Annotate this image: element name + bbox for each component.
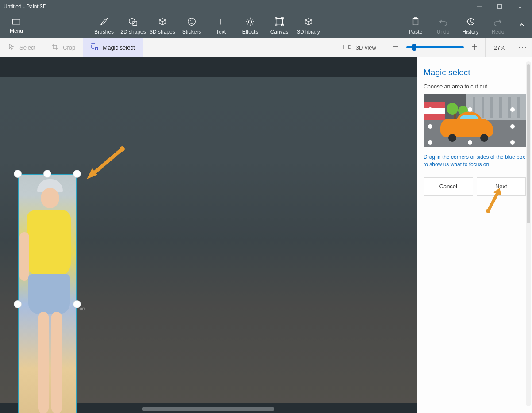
tool-undo[interactable]: Undo: [429, 13, 457, 38]
svg-point-11: [193, 20, 193, 21]
title-bar: Untitled - Paint 3D: [0, 0, 532, 13]
tool-select[interactable]: Select: [0, 38, 43, 57]
magic-select-icon: [91, 43, 98, 52]
menu-label: Menu: [10, 28, 23, 34]
paste-icon: [411, 17, 420, 28]
window-close-button[interactable]: [510, 0, 530, 13]
tool-stickers[interactable]: Stickers: [177, 13, 206, 38]
tool-effects-label: Effects: [242, 29, 258, 35]
svg-point-10: [190, 20, 191, 21]
plus-icon: [471, 43, 478, 52]
tool-brushes-label: Brushes: [94, 29, 114, 35]
crop-icon: [51, 43, 58, 52]
tool-canvas[interactable]: Canvas: [265, 13, 294, 38]
view-3d-toggle[interactable]: 3D view: [335, 38, 385, 57]
selection-handle-tm[interactable]: [43, 170, 51, 178]
next-button-label: Next: [495, 183, 507, 190]
tool-effects[interactable]: Effects: [235, 13, 265, 38]
tool-paste[interactable]: Paste: [402, 13, 429, 38]
tool-undo-label: Undo: [437, 29, 450, 35]
panel-button-row: Cancel Next: [424, 177, 526, 196]
more-options-button[interactable]: ···: [514, 38, 532, 57]
ribbon-center-tools: Brushes 2D shapes 3D shapes Stickers Tex…: [89, 13, 323, 38]
side-panel-scrollbar[interactable]: [526, 61, 531, 406]
zoom-controls: [385, 38, 485, 57]
library-3d-icon: [304, 17, 313, 28]
zoom-out-button[interactable]: [389, 43, 402, 52]
side-panel-magic-select: Magic select Choose an area to cut out: [417, 57, 532, 413]
tool-history[interactable]: History: [457, 13, 484, 38]
tool-magic-select-label: Magic select: [103, 44, 135, 51]
tool-2d-shapes[interactable]: 2D shapes: [119, 13, 148, 38]
tool-history-label: History: [462, 29, 478, 35]
panel-hint-secondary: Drag in the corners or sides of the blue…: [424, 153, 526, 168]
selection-handle-tr[interactable]: [73, 170, 81, 178]
ribbon-right-tools: Paste Undo History Redo: [402, 13, 532, 38]
selection-handle-ml[interactable]: [14, 300, 22, 308]
shapes-3d-icon: [158, 17, 167, 28]
work-area: ↔ Magic select Choose an area to cut out: [0, 57, 532, 413]
tool-3d-shapes-label: 3D shapes: [150, 29, 175, 35]
tool-select-label: Select: [19, 44, 35, 51]
canvas-area[interactable]: ↔: [0, 57, 417, 413]
brush-icon: [99, 17, 109, 28]
sub-toolbar: Select Crop Magic select 3D view 27% ···: [0, 38, 532, 57]
view-3d-icon: [343, 44, 351, 51]
tool-redo-label: Redo: [492, 29, 505, 35]
svg-point-9: [188, 18, 196, 25]
stickers-icon: [187, 17, 197, 28]
svg-rect-1: [498, 5, 502, 9]
tool-3d-shapes[interactable]: 3D shapes: [148, 13, 177, 38]
panel-hint-primary: Choose an area to cut out: [424, 84, 526, 90]
ellipsis-icon: ···: [518, 43, 528, 52]
effects-icon: [245, 17, 255, 28]
resize-cursor-icon: ↔: [79, 305, 86, 313]
tool-text[interactable]: Text: [206, 13, 235, 38]
selection-rect[interactable]: [18, 174, 77, 413]
next-button[interactable]: Next: [477, 177, 526, 196]
redo-icon: [493, 17, 503, 28]
tool-3d-library[interactable]: 3D library: [294, 13, 323, 38]
svg-point-32: [486, 209, 490, 213]
menu-button[interactable]: Menu: [0, 13, 33, 38]
tool-stickers-label: Stickers: [182, 29, 201, 35]
svg-point-12: [248, 20, 251, 23]
zoom-percentage[interactable]: 27%: [485, 38, 514, 57]
canvas-icon: [274, 17, 284, 28]
tool-crop-label: Crop: [63, 44, 75, 51]
undo-icon: [438, 17, 448, 28]
tool-3d-library-label: 3D library: [297, 29, 320, 35]
menu-icon: [12, 18, 21, 27]
selection-handle-tl[interactable]: [14, 170, 22, 178]
text-icon: [216, 17, 226, 28]
tool-canvas-label: Canvas: [270, 29, 289, 35]
cancel-button-label: Cancel: [439, 183, 457, 190]
panel-title: Magic select: [424, 68, 526, 77]
cancel-button[interactable]: Cancel: [424, 177, 473, 196]
zoom-in-button[interactable]: [468, 43, 481, 52]
zoom-slider[interactable]: [406, 46, 464, 48]
tool-redo[interactable]: Redo: [484, 13, 512, 38]
view-3d-label: 3D view: [356, 44, 376, 51]
panel-illustration: [424, 94, 526, 147]
svg-rect-4: [13, 19, 20, 24]
tool-magic-select[interactable]: Magic select: [83, 38, 143, 57]
window-title: Untitled - Paint 3D: [4, 4, 469, 10]
cursor-icon: [8, 43, 15, 52]
tool-crop[interactable]: Crop: [43, 38, 83, 57]
tool-2d-shapes-label: 2D shapes: [120, 29, 146, 35]
window-maximize-button[interactable]: [490, 0, 510, 13]
canvas-horizontal-scrollbar[interactable]: [142, 407, 274, 411]
tool-brushes[interactable]: Brushes: [89, 13, 119, 38]
ribbon-expand-button[interactable]: [512, 13, 532, 38]
ribbon-toolbar: Menu Brushes 2D shapes 3D shapes Sticker…: [0, 13, 532, 38]
tool-text-label: Text: [216, 29, 226, 35]
chevron-up-icon: [518, 22, 525, 30]
svg-rect-23: [344, 45, 349, 49]
svg-point-22: [95, 47, 98, 50]
tool-paste-label: Paste: [409, 29, 423, 35]
minus-icon: [392, 43, 399, 52]
window-minimize-button[interactable]: [469, 0, 490, 13]
history-icon: [466, 17, 475, 28]
window-controls: [469, 0, 530, 13]
